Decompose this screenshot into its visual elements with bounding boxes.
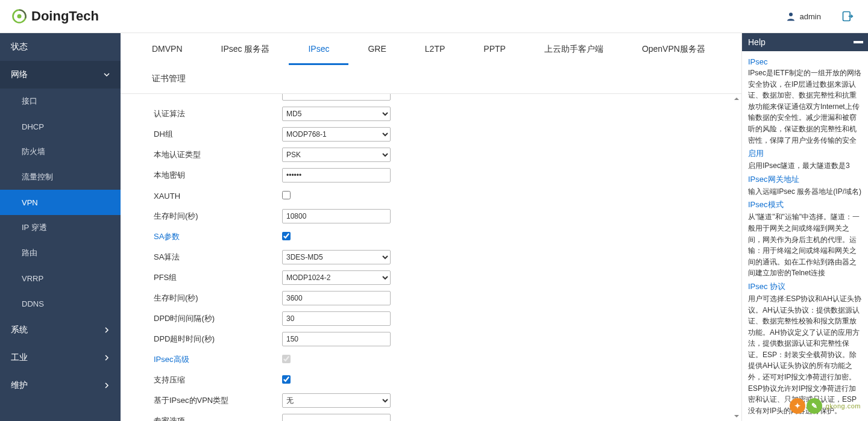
scroll-down-button[interactable] — [732, 411, 741, 421]
help-section-title: IPsec 协议 — [748, 281, 863, 292]
sidebar-subitem-label: 防火墙 — [22, 146, 45, 157]
field-label-ipsec-adv: IPsec高级 — [154, 354, 282, 365]
field-label-compress: 支持压缩 — [154, 375, 282, 385]
tab[interactable]: L2TP — [406, 33, 464, 65]
help-panel: Help IPsecIPsec是IETF制定的一组开放的网络安全协议，在IP层通… — [741, 33, 868, 421]
tab[interactable]: 证书管理 — [133, 65, 205, 93]
sidebar-subitem-label: 流量控制 — [22, 172, 53, 182]
sidebar-subitem[interactable]: 防火墙 — [0, 139, 121, 164]
help-section-title: 启用 — [748, 148, 863, 159]
dpd-timeout-input[interactable] — [282, 332, 391, 346]
local-key-input[interactable] — [282, 168, 391, 182]
sidebar-subitem-label: VRRP — [22, 274, 43, 283]
sidebar-subitem-label: DHCP — [22, 122, 44, 131]
sidebar-subitem-label: VPN — [22, 198, 38, 207]
user-menu[interactable]: admin — [785, 11, 821, 22]
auth-algo-select[interactable]: MD5 — [282, 107, 391, 121]
sidebar-subitem-label: 接口 — [22, 96, 37, 107]
lifetime1-input[interactable] — [282, 209, 391, 223]
field-label-pfs-group: PFS组 — [154, 272, 282, 283]
sidebar-item-label: 维护 — [11, 380, 28, 391]
vpn-type-select[interactable]: 无 — [282, 393, 391, 408]
field-label-lifetime1: 生存时间(秒) — [154, 211, 282, 222]
sidebar-subitem[interactable]: VPN — [0, 190, 121, 215]
sidebar-subitem-label: 路由 — [22, 248, 37, 258]
tab[interactable]: GRE — [348, 33, 405, 65]
help-title: Help — [748, 37, 766, 47]
sidebar-subitem[interactable]: DDNS — [0, 291, 121, 316]
local-auth-type-select[interactable]: PSK — [282, 148, 391, 162]
tab[interactable]: 上云助手客户端 — [525, 33, 623, 65]
sidebar-item-label: 工业 — [11, 352, 28, 363]
user-icon — [785, 11, 796, 22]
xauth-checkbox[interactable] — [282, 191, 291, 199]
scrollbar[interactable] — [732, 94, 741, 421]
sa-algo-select[interactable]: 3DES-MD5 — [282, 250, 391, 264]
expert-input[interactable] — [282, 414, 391, 421]
dh-group-select[interactable]: MODP768-1 — [282, 127, 391, 142]
watermark-icon: ✦ — [790, 398, 805, 414]
logout-icon — [841, 10, 854, 22]
field-label-dpd-timeout: DPD超时时间(秒) — [154, 334, 282, 345]
help-section-title: IPsec — [748, 57, 863, 66]
sidebar-subitem[interactable]: 流量控制 — [0, 164, 121, 190]
svg-point-1 — [17, 14, 22, 19]
sidebar: 状态网络接口DHCP防火墙流量控制VPNIP 穿透路由VRRPDDNS系统工业维… — [0, 33, 121, 421]
chevron-right-icon — [104, 355, 110, 361]
help-section-desc: IPsec是IETF制定的一组开放的网络安全协议，在IP层通过数据来源认证、数据… — [748, 67, 863, 146]
dpd-interval-input[interactable] — [282, 311, 391, 326]
help-section-title: IPsec模式 — [748, 199, 863, 210]
sidebar-item[interactable]: 网络 — [0, 61, 121, 89]
help-section-desc: 启用IPsec隧道，最大隧道数是3 — [748, 160, 863, 172]
main-panel: DMVPNIPsec 服务器IPsecGREL2TPPPTP上云助手客户端Ope… — [121, 33, 741, 421]
logout-button[interactable] — [839, 8, 856, 25]
sidebar-subitem[interactable]: 路由 — [0, 240, 121, 266]
sidebar-item[interactable]: 系统 — [0, 316, 121, 344]
field-label-local-auth-type: 本地认证类型 — [154, 149, 282, 160]
compress-checkbox[interactable] — [282, 375, 291, 384]
top-input[interactable] — [282, 94, 391, 101]
sidebar-subitem[interactable]: 接口 — [0, 89, 121, 114]
tab-bar: DMVPNIPsec 服务器IPsecGREL2TPPPTP上云助手客户端Ope… — [121, 33, 741, 93]
brand-logo: DoingTech — [11, 8, 99, 25]
sidebar-item-label: 状态 — [11, 42, 28, 52]
sidebar-item[interactable]: 工业 — [0, 344, 121, 372]
username-label: admin — [800, 12, 821, 21]
field-label-dpd-interval: DPD时间间隔(秒) — [154, 313, 282, 324]
help-header: Help — [742, 33, 868, 51]
watermark-icon: ✎ — [807, 398, 822, 414]
sidebar-item[interactable]: 维护 — [0, 372, 121, 399]
sidebar-subitem-label: DDNS — [22, 299, 44, 308]
sidebar-subitem[interactable]: IP 穿透 — [0, 215, 121, 240]
chevron-right-icon — [104, 327, 110, 333]
tab[interactable]: DMVPN — [133, 33, 202, 65]
tab[interactable]: IPsec 服务器 — [202, 33, 289, 65]
watermark-text: gkong.com — [826, 402, 861, 410]
field-label-sa-algo: SA算法 — [154, 252, 282, 263]
sa-param-checkbox[interactable] — [282, 232, 291, 240]
ipsec-adv-checkbox — [282, 355, 291, 363]
help-section-title: IPsec网关地址 — [748, 174, 863, 185]
scroll-up-button[interactable] — [732, 94, 741, 104]
brand-mark-icon — [11, 8, 28, 25]
field-label-lifetime2: 生存时间(秒) — [154, 293, 282, 304]
field-label-local-key: 本地密钥 — [154, 170, 282, 181]
help-collapse-button[interactable] — [854, 41, 863, 43]
field-label-auth-algo: 认证算法 — [154, 108, 282, 119]
sidebar-item-label: 系统 — [11, 325, 28, 335]
sidebar-subitem[interactable]: DHCP — [0, 114, 121, 139]
chevron-down-icon — [104, 72, 110, 78]
help-section-desc: 从"隧道"和"运输"中选择。隧道：一般用于网关之间或终端到网关之间，网关作为身后… — [748, 211, 863, 279]
pfs-group-select[interactable]: MODP1024-2 — [282, 270, 391, 285]
sidebar-item[interactable]: 状态 — [0, 33, 121, 61]
lifetime2-input[interactable] — [282, 291, 391, 305]
tab[interactable]: IPsec — [289, 33, 348, 65]
watermark-badge: ✦ ✎ gkong.com — [790, 398, 861, 414]
field-label-xauth: XAUTH — [154, 192, 282, 201]
tab[interactable]: OpenVPN服务器 — [623, 33, 725, 65]
app-header: DoingTech admin — [0, 0, 868, 33]
field-label-vpn-type: 基于IPsec的VPN类型 — [154, 395, 282, 406]
tab[interactable]: PPTP — [464, 33, 525, 65]
field-label-sa-param: SA参数 — [154, 231, 282, 242]
sidebar-subitem[interactable]: VRRP — [0, 266, 121, 291]
